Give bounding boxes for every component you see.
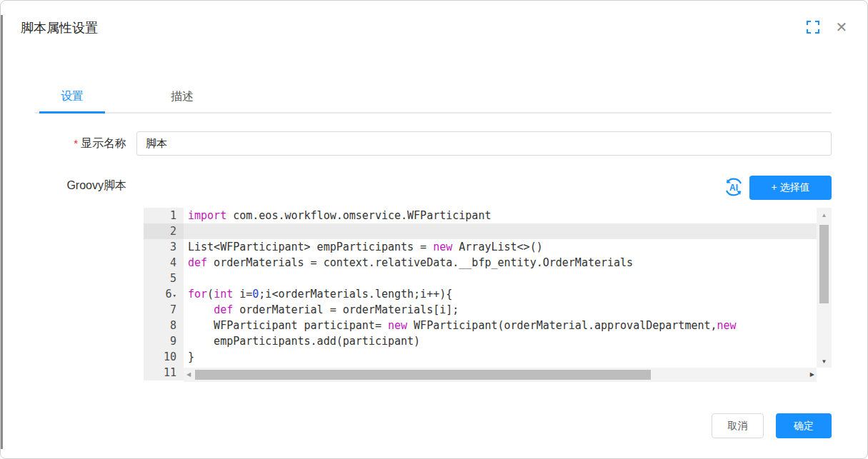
scroll-left-icon[interactable]: ◀	[186, 368, 191, 382]
code-line[interactable]: 2	[144, 223, 817, 239]
required-asterisk: *	[74, 137, 78, 149]
script-properties-dialog: 脚本属性设置 ✕ 设置 描述 *显示名称 Groovy脚本 AI + 选择值 1…	[0, 0, 868, 459]
scroll-up-icon[interactable]: ▲	[817, 212, 832, 218]
confirm-button[interactable]: 确定	[776, 413, 832, 438]
cancel-button[interactable]: 取消	[712, 413, 764, 438]
code-line[interactable]: 9 empParticipants.add(participant)	[144, 333, 817, 349]
dialog-title: 脚本属性设置	[21, 19, 98, 36]
fullscreen-button[interactable]	[805, 20, 821, 36]
line-number: 7	[144, 302, 184, 318]
line-number: 11	[144, 365, 184, 380]
close-button[interactable]: ✕	[832, 18, 851, 36]
code-line[interactable]: 5	[144, 271, 817, 286]
code-text[interactable]: empParticipants.add(participant)	[184, 333, 817, 349]
code-text[interactable]: def orderMaterials = context.relativeDat…	[184, 255, 817, 271]
vertical-scrollbar[interactable]: ▲ ▼	[817, 208, 832, 368]
line-number: 2	[144, 223, 184, 239]
line-number: 9	[144, 333, 184, 349]
display-name-label-text: 显示名称	[81, 137, 126, 149]
code-lines: 1import com.eos.workflow.omservice.WFPar…	[144, 208, 817, 380]
window-edge	[1, 15, 3, 449]
code-text[interactable]: List<WFParticipant> empParticipants = ne…	[184, 239, 817, 255]
line-number: 10	[144, 349, 184, 365]
close-icon: ✕	[836, 19, 848, 35]
scroll-right-icon[interactable]: ▶	[810, 368, 814, 382]
groovy-script-label: Groovy脚本	[21, 178, 126, 193]
display-name-input[interactable]	[136, 131, 832, 156]
code-text[interactable]: }	[184, 349, 817, 365]
line-number: 1	[144, 208, 184, 223]
fold-arrow-icon[interactable]: ▾	[173, 292, 176, 299]
tab-description[interactable]: 描述	[149, 89, 215, 114]
line-number: 8	[144, 318, 184, 333]
code-line[interactable]: 7 def orderMaterial = orderMaterials[i];	[144, 302, 817, 318]
tab-strip: 设置 描述	[35, 85, 832, 114]
code-text[interactable]	[184, 223, 817, 239]
line-number: 3	[144, 239, 184, 255]
select-value-button[interactable]: + 选择值	[749, 176, 832, 200]
line-number: 4	[144, 255, 184, 271]
scroll-down-icon[interactable]: ▼	[817, 358, 832, 365]
code-line[interactable]: 3List<WFParticipant> empParticipants = n…	[144, 239, 817, 255]
display-name-label: *显示名称	[21, 136, 126, 151]
code-line[interactable]: 6▾for(int i=0;i<orderMaterials.length;i+…	[144, 286, 817, 302]
code-editor[interactable]: 1import com.eos.workflow.omservice.WFPar…	[144, 208, 832, 382]
code-line[interactable]: 4def orderMaterials = context.relativeDa…	[144, 255, 817, 271]
ai-assistant-button[interactable]: AI	[722, 176, 745, 199]
horizontal-scrollbar[interactable]: ◀ ▶	[184, 368, 817, 382]
line-number: 6▾	[144, 286, 184, 302]
tab-settings[interactable]: 设置	[39, 89, 105, 114]
code-text[interactable]: WFParticipant participant= new WFPartici…	[184, 318, 817, 333]
horizontal-scroll-thumb[interactable]	[195, 370, 651, 380]
ai-icon: AI	[723, 189, 744, 200]
code-text[interactable]: for(int i=0;i<orderMaterials.length;i++)…	[184, 286, 817, 302]
code-text[interactable]: def orderMaterial = orderMaterials[i];	[184, 302, 817, 318]
code-line[interactable]: 8 WFParticipant participant= new WFParti…	[144, 318, 817, 333]
line-number: 5	[144, 271, 184, 286]
code-text[interactable]	[184, 271, 817, 286]
code-line[interactable]: 1import com.eos.workflow.omservice.WFPar…	[144, 208, 817, 223]
svg-text:AI: AI	[729, 183, 738, 193]
vertical-scroll-thumb[interactable]	[819, 225, 829, 303]
code-line[interactable]: 10}	[144, 349, 817, 365]
code-text[interactable]: import com.eos.workflow.omservice.WFPart…	[184, 208, 817, 223]
fullscreen-icon	[807, 25, 819, 36]
